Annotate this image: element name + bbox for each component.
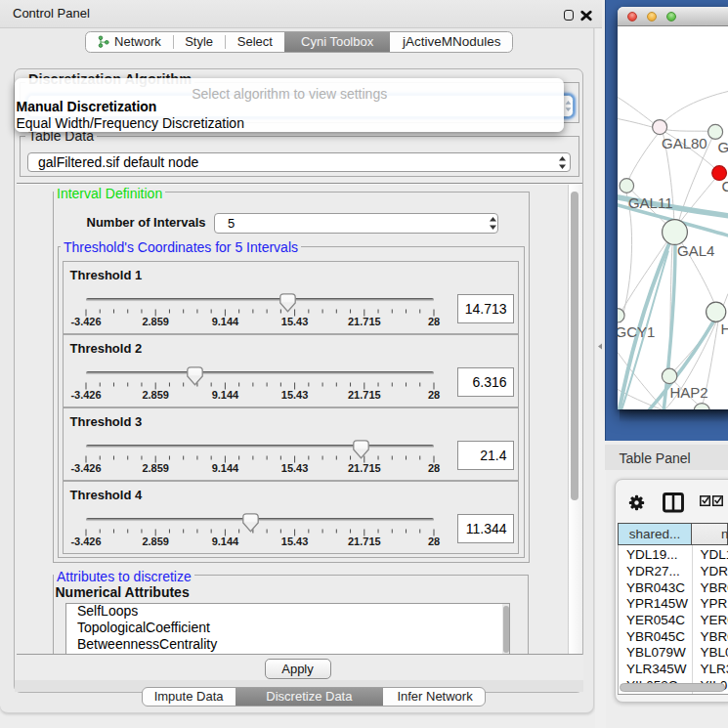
- svg-text:GCY1: GCY1: [618, 322, 655, 339]
- svg-text:H: H: [721, 321, 728, 337]
- svg-text:HAP2: HAP2: [670, 383, 708, 400]
- svg-text:GAL11: GAL11: [628, 194, 673, 211]
- svg-text:GAL4: GAL4: [677, 241, 714, 258]
- svg-text:GAL80: GAL80: [662, 134, 707, 150]
- svg-text:C: C: [722, 178, 728, 194]
- svg-text:GA: GA: [718, 138, 728, 154]
